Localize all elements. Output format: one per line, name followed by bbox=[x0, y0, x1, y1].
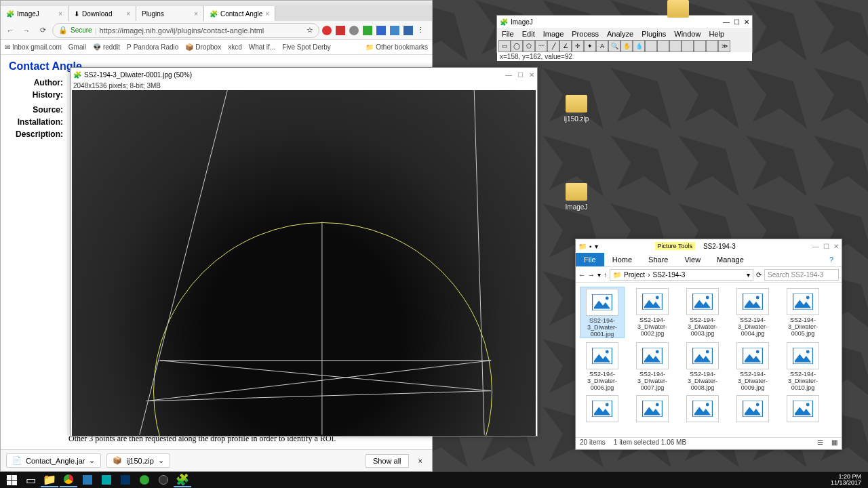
taskbar-powershell[interactable] bbox=[117, 472, 134, 487]
angle-tool[interactable]: ∠ bbox=[559, 40, 572, 52]
zoom-tool[interactable]: 🔍 bbox=[608, 40, 620, 52]
breadcrumb[interactable]: 📁 Project › SS2-194-3 ▾ bbox=[610, 269, 753, 281]
desktop-icon-imagej[interactable]: ImageJ bbox=[556, 183, 597, 211]
file-item[interactable]: SS2-194-3_DIwater-0008.jpg bbox=[680, 341, 725, 391]
minimize-button[interactable]: — bbox=[723, 18, 730, 26]
menu-image[interactable]: Image bbox=[540, 29, 568, 39]
tab-download[interactable]: ⬇Download× bbox=[68, 6, 136, 21]
ribbon-home[interactable]: Home bbox=[604, 253, 640, 266]
close-icon[interactable]: × bbox=[194, 10, 198, 18]
back-button[interactable]: ← bbox=[578, 271, 585, 279]
taskbar-chrome[interactable] bbox=[60, 472, 77, 487]
file-item[interactable] bbox=[630, 394, 675, 424]
other-bookmarks[interactable]: 📁Other bookmarks bbox=[366, 43, 428, 51]
chevron-down-icon[interactable]: ⌄ bbox=[89, 456, 95, 465]
download-item[interactable]: 📦ij150.zip⌄ bbox=[106, 453, 170, 468]
ribbon-manage[interactable]: Manage bbox=[709, 253, 752, 266]
tool[interactable] bbox=[682, 40, 694, 52]
ribbon-share[interactable]: Share bbox=[640, 253, 676, 266]
bookmark[interactable]: Gmail bbox=[68, 43, 86, 51]
minimize-button[interactable]: — bbox=[812, 243, 819, 250]
file-item[interactable] bbox=[730, 394, 775, 424]
hand-tool[interactable]: ✋ bbox=[620, 40, 633, 52]
close-icon[interactable]: × bbox=[58, 10, 62, 18]
star-icon[interactable]: ☆ bbox=[307, 26, 313, 35]
file-item[interactable]: SS2-194-3_DIwater-0010.jpg bbox=[781, 341, 825, 391]
menu-process[interactable]: Process bbox=[568, 29, 602, 39]
polygon-tool[interactable]: ⬠ bbox=[523, 40, 535, 52]
maximize-button[interactable]: ☐ bbox=[517, 71, 524, 79]
download-item[interactable]: 📄Contact_Angle.jar⌄ bbox=[6, 453, 101, 468]
bookmark[interactable]: What if... bbox=[249, 43, 275, 51]
minimize-button[interactable]: — bbox=[505, 71, 512, 79]
reload-button[interactable]: ⟳ bbox=[36, 24, 50, 37]
breadcrumb-item[interactable]: SS2-194-3 bbox=[652, 271, 685, 279]
file-item[interactable] bbox=[580, 394, 625, 424]
file-item[interactable]: SS2-194-3_DIwater-0002.jpg bbox=[630, 287, 675, 338]
file-item[interactable]: SS2-194-3_DIwater-0001.jpg bbox=[580, 287, 625, 338]
dropper-tool[interactable]: 💧 bbox=[633, 40, 645, 52]
menu-file[interactable]: File bbox=[498, 29, 517, 39]
close-button[interactable]: ✕ bbox=[833, 243, 839, 250]
refresh-button[interactable]: ⟳ bbox=[756, 271, 762, 279]
tool[interactable] bbox=[694, 40, 706, 52]
taskbar-app[interactable] bbox=[155, 472, 172, 487]
tab-contact-angle[interactable]: 🧩Contact Angle× bbox=[204, 6, 275, 21]
search-input[interactable]: Search SS2-194-3 bbox=[764, 269, 839, 281]
view-thumbs-icon[interactable]: ▦ bbox=[831, 439, 837, 449]
rect-tool[interactable]: ▭ bbox=[498, 40, 511, 52]
menu-help[interactable]: Help bbox=[705, 29, 728, 39]
maximize-button[interactable]: ☐ bbox=[823, 243, 829, 250]
menu-analyze[interactable]: Analyze bbox=[604, 29, 637, 39]
system-tray-clock[interactable]: 1:20 PM 11/13/2017 bbox=[831, 474, 865, 486]
close-shelf-button[interactable]: × bbox=[414, 457, 427, 465]
taskbar-app[interactable] bbox=[98, 472, 115, 487]
tab-imagej[interactable]: 🧩ImageJ× bbox=[1, 6, 68, 21]
back-button[interactable]: ← bbox=[3, 24, 17, 37]
ribbon-file[interactable]: File bbox=[576, 253, 604, 266]
chevron-down-icon[interactable]: ▾ bbox=[747, 271, 750, 279]
ext-icon[interactable] bbox=[403, 26, 413, 35]
bookmark[interactable]: PPandora Radio bbox=[127, 43, 178, 51]
window-titlebar[interactable]: 🧩 SS2-194-3_DIwater-0001.jpg (50%) — ☐ ✕ bbox=[71, 68, 537, 81]
view-details-icon[interactable]: ☰ bbox=[817, 439, 823, 449]
url-input[interactable]: 🔒 Secure | https://imagej.nih.gov/ij/plu… bbox=[52, 23, 319, 38]
menu-window[interactable]: Window bbox=[671, 29, 704, 39]
menu-edit[interactable]: Edit bbox=[519, 29, 538, 39]
ribbon-view[interactable]: View bbox=[676, 253, 709, 266]
more-tool[interactable]: ≫ bbox=[718, 40, 730, 52]
window-titlebar[interactable]: 🧩 ImageJ — ☐ ✕ bbox=[497, 16, 752, 28]
window-titlebar[interactable]: 📁 ▪ ▾ Picture Tools SS2-194-3 — ☐ ✕ bbox=[576, 239, 842, 253]
file-item[interactable]: SS2-194-3_DIwater-0003.jpg bbox=[680, 287, 725, 338]
tool[interactable] bbox=[645, 40, 657, 52]
file-item[interactable]: SS2-194-3_DIwater-0005.jpg bbox=[781, 287, 825, 338]
help-icon[interactable]: ? bbox=[821, 253, 842, 266]
wand-tool[interactable]: ✦ bbox=[584, 40, 596, 52]
file-item[interactable] bbox=[781, 394, 825, 424]
file-item[interactable] bbox=[680, 394, 725, 424]
tool[interactable] bbox=[657, 40, 669, 52]
bookmark[interactable]: 📦Dropbox bbox=[185, 43, 221, 51]
taskbar-imagej[interactable]: 🧩 bbox=[174, 472, 191, 487]
close-icon[interactable]: × bbox=[265, 10, 269, 18]
point-tool[interactable]: ✛ bbox=[572, 40, 584, 52]
up-button[interactable]: ↑ bbox=[604, 271, 607, 279]
desktop-icon[interactable] bbox=[658, 0, 698, 20]
start-button[interactable] bbox=[3, 472, 20, 487]
task-view-button[interactable]: ▭ bbox=[22, 472, 39, 487]
taskbar-explorer[interactable]: 📁 bbox=[41, 472, 58, 487]
file-item[interactable]: SS2-194-3_DIwater-0006.jpg bbox=[580, 341, 625, 391]
chrome-titlebar[interactable] bbox=[1, 1, 432, 6]
tab-plugins[interactable]: Plugins× bbox=[136, 6, 204, 21]
bookmark[interactable]: 👽reddit bbox=[93, 43, 120, 51]
ext-icon[interactable] bbox=[390, 26, 399, 35]
menu-plugins[interactable]: Plugins bbox=[638, 29, 669, 39]
qat-icon[interactable]: ▾ bbox=[595, 243, 598, 250]
menu-icon[interactable]: ⋮ bbox=[417, 26, 427, 35]
desktop-icon-zip[interactable]: ij150.zip bbox=[556, 95, 597, 123]
ext-icon[interactable] bbox=[376, 26, 386, 35]
line-tool[interactable]: ╱ bbox=[547, 40, 559, 52]
bookmark[interactable]: Five Spot Derby bbox=[282, 43, 331, 51]
freehand-tool[interactable]: 〰 bbox=[535, 40, 547, 52]
qat-icon[interactable]: ▪ bbox=[589, 243, 592, 250]
